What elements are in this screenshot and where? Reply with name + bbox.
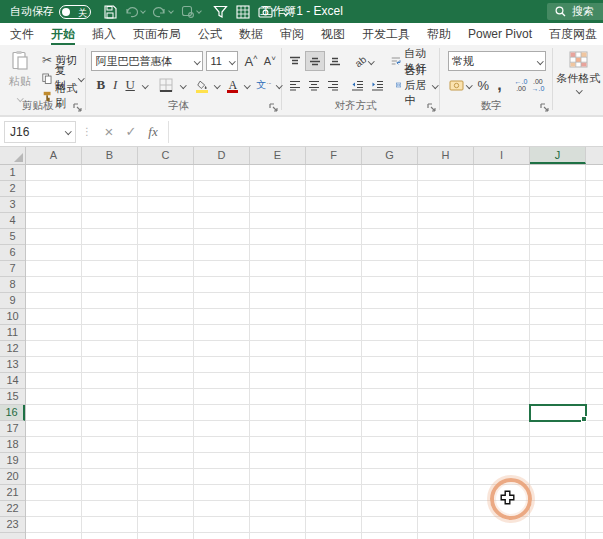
number-dialog-launcher-icon[interactable] <box>540 103 549 112</box>
row-header-10[interactable]: 10 <box>0 309 25 325</box>
selected-cell[interactable] <box>529 404 587 422</box>
column-header-g[interactable]: G <box>362 147 418 164</box>
clipboard-dialog-launcher-icon[interactable] <box>73 103 82 112</box>
row-header-2[interactable]: 2 <box>0 181 25 197</box>
font-size-select[interactable]: 11 <box>206 51 238 71</box>
increase-font-button[interactable]: A˄ <box>241 51 260 71</box>
tab-insert[interactable]: 插入 <box>92 23 116 45</box>
customize-toolbar-icon[interactable] <box>278 5 294 19</box>
align-left-icon[interactable] <box>286 75 304 95</box>
row-header-20[interactable]: 20 <box>0 469 25 485</box>
row-header-9[interactable]: 9 <box>0 293 25 309</box>
merge-center-button[interactable]: 合并后居中 <box>394 76 439 94</box>
italic-button[interactable]: I <box>110 75 120 95</box>
insert-function-icon[interactable]: fx <box>142 124 164 140</box>
underline-button[interactable]: U <box>122 75 137 95</box>
autosave-toggle[interactable]: 自动保存 关 <box>10 4 91 19</box>
row-header-4[interactable]: 4 <box>0 213 25 229</box>
fill-handle[interactable] <box>581 416 587 422</box>
increase-indent-icon[interactable] <box>368 75 387 95</box>
tab-home[interactable]: 开始 <box>51 23 75 45</box>
row-header-6[interactable]: 6 <box>0 245 25 261</box>
enter-icon[interactable]: ✓ <box>120 124 142 139</box>
tab-help[interactable]: 帮助 <box>427 23 451 45</box>
font-color-button[interactable]: A <box>225 76 240 94</box>
borders-button[interactable] <box>156 75 176 95</box>
comma-button[interactable]: , <box>494 75 504 95</box>
conditional-formatting-button[interactable]: 条件格式 <box>553 45 603 115</box>
number-format-select[interactable]: 常规 <box>448 51 546 71</box>
row-header-11[interactable]: 11 <box>0 325 25 341</box>
column-header-c[interactable]: C <box>138 147 194 164</box>
row-header-8[interactable]: 8 <box>0 277 25 293</box>
align-bottom-icon[interactable] <box>326 51 344 71</box>
row-header-16[interactable]: 16 <box>0 405 25 421</box>
row-header-13[interactable]: 13 <box>0 357 25 373</box>
save-icon[interactable] <box>100 3 120 21</box>
repeat-icon[interactable] <box>178 3 204 20</box>
fill-color-button[interactable] <box>194 76 210 94</box>
tab-review[interactable]: 审阅 <box>280 23 304 45</box>
tab-view[interactable]: 视图 <box>321 23 345 45</box>
row-header-7[interactable]: 7 <box>0 261 25 277</box>
column-header-d[interactable]: D <box>194 147 250 164</box>
column-header-j[interactable]: J <box>530 147 586 164</box>
tab-developer[interactable]: 开发工具 <box>362 23 410 45</box>
align-middle-icon[interactable] <box>305 51 325 71</box>
column-header-h[interactable]: H <box>418 147 474 164</box>
row-header-12[interactable]: 12 <box>0 341 25 357</box>
align-center-icon[interactable] <box>305 75 323 95</box>
select-all-corner[interactable] <box>0 147 26 165</box>
cells-area[interactable] <box>26 165 603 539</box>
filter-icon[interactable] <box>210 3 231 21</box>
column-header-e[interactable]: E <box>250 147 306 164</box>
orientation-button[interactable]: ab <box>352 51 377 71</box>
increase-decimal-button[interactable]: ←.0 .00 <box>514 75 529 95</box>
tab-file[interactable]: 文件 <box>10 23 34 45</box>
column-header-b[interactable]: B <box>82 147 138 164</box>
alignment-dialog-launcher-icon[interactable] <box>427 103 436 112</box>
font-dialog-launcher-icon[interactable] <box>269 103 278 112</box>
paste-button[interactable]: 粘贴 <box>4 50 36 106</box>
row-header-22[interactable]: 22 <box>0 501 25 517</box>
accounting-format-button[interactable] <box>448 75 473 95</box>
bold-button[interactable]: B <box>93 75 108 95</box>
row-header-23[interactable]: 23 <box>0 517 25 533</box>
autosave-switch[interactable]: 关 <box>59 5 91 19</box>
font-name-select[interactable]: 阿里巴巴普惠体 <box>91 51 203 71</box>
tab-power-pivot[interactable]: Power Pivot <box>468 23 532 45</box>
tab-page-layout[interactable]: 页面布局 <box>133 23 181 45</box>
name-box[interactable]: J16 <box>4 121 76 143</box>
camera-icon[interactable] <box>255 3 276 20</box>
decrease-indent-icon[interactable] <box>348 75 367 95</box>
search-box[interactable]: 搜索 <box>547 3 603 20</box>
row-header-5[interactable]: 5 <box>0 229 25 245</box>
align-top-icon[interactable] <box>286 51 304 71</box>
redo-icon[interactable] <box>150 4 176 20</box>
row-header-3[interactable]: 3 <box>0 197 25 213</box>
borders-table-icon[interactable] <box>233 3 253 21</box>
align-right-icon[interactable] <box>324 75 342 95</box>
undo-icon[interactable] <box>122 4 148 20</box>
phonetic-button[interactable]: 文 ˊˇ <box>256 76 272 94</box>
column-header-a[interactable]: A <box>26 147 82 164</box>
column-header-f[interactable]: F <box>306 147 362 164</box>
name-box-dropdown-icon[interactable] <box>65 128 71 134</box>
percent-button[interactable]: % <box>475 75 493 95</box>
row-header-19[interactable]: 19 <box>0 453 25 469</box>
formula-bar-drag-handle[interactable]: ⋮ <box>82 126 92 137</box>
column-header-i[interactable]: I <box>474 147 530 164</box>
row-header-15[interactable]: 15 <box>0 389 25 405</box>
row-header-17[interactable]: 17 <box>0 421 25 437</box>
row-header-1[interactable]: 1 <box>0 165 25 181</box>
decrease-font-button[interactable]: A˅ <box>261 51 279 71</box>
tab-baidu-netdisk[interactable]: 百度网盘 <box>549 23 597 45</box>
row-header-18[interactable]: 18 <box>0 437 25 453</box>
tab-formulas[interactable]: 公式 <box>198 23 222 45</box>
decrease-decimal-button[interactable]: .00 →.0 <box>530 75 545 95</box>
formula-input[interactable] <box>173 117 603 146</box>
tab-data[interactable]: 数据 <box>239 23 263 45</box>
cancel-icon[interactable]: × <box>98 123 120 140</box>
row-header-14[interactable]: 14 <box>0 373 25 389</box>
row-header-21[interactable]: 21 <box>0 485 25 501</box>
